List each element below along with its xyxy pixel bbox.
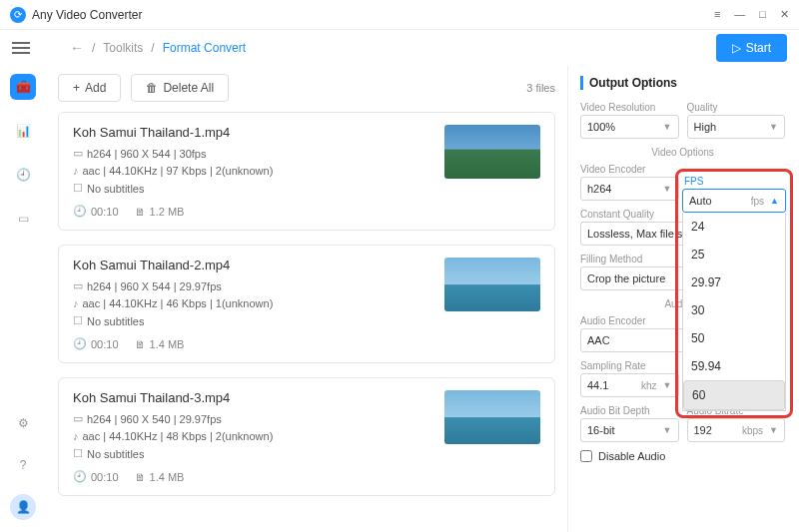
subtitle-meta: No subtitles: [87, 183, 144, 195]
duration: 00:10: [91, 206, 119, 218]
file-list: +Add 🗑Delete All 3 files Koh Samui Thail…: [46, 66, 567, 532]
file-name: Koh Samui Thailand-1.mp4: [73, 125, 273, 140]
thumbnail: [444, 390, 540, 444]
filesize: 1.4 MB: [150, 471, 185, 483]
file-name: Koh Samui Thailand-2.mp4: [73, 258, 273, 272]
chevron-up-icon: ▲: [770, 196, 779, 206]
audio-icon: ♪: [73, 430, 79, 442]
app-logo-icon: ⟳: [10, 7, 26, 23]
bit-depth-select: 16-bit▼: [580, 418, 679, 442]
video-icon: ▭: [73, 279, 83, 292]
video-section-label: Video Options: [580, 147, 785, 158]
subtitle-meta: No subtitles: [87, 448, 144, 460]
sidebar-stats-icon[interactable]: 📊: [10, 118, 36, 144]
fps-option[interactable]: 24: [683, 213, 785, 241]
add-label: Add: [85, 81, 106, 95]
trash-icon: 🗑: [146, 81, 158, 95]
duration: 00:10: [91, 471, 119, 483]
disable-audio-input[interactable]: [580, 450, 592, 462]
hamburger-icon[interactable]: [12, 42, 30, 54]
header: ← / Toolkits / Format Convert ▷ Start: [0, 30, 799, 66]
sampling-rate-label: Sampling Rate: [580, 360, 679, 371]
clock-icon: 🕘: [73, 470, 87, 483]
audio-icon: ♪: [73, 165, 79, 177]
subtitle-icon: ☐: [73, 314, 83, 327]
fps-option[interactable]: 30: [683, 296, 785, 324]
subtitle-meta: No subtitles: [87, 315, 144, 327]
fps-select[interactable]: Auto fps ▲: [682, 189, 786, 213]
video-meta: h264 | 960 X 540 | 29.97fps: [87, 413, 222, 425]
video-icon: ▭: [73, 147, 83, 160]
breadcrumb-sep: /: [92, 41, 95, 55]
sidebar-history-icon[interactable]: 🕘: [10, 162, 36, 188]
delete-all-button[interactable]: 🗑Delete All: [131, 74, 229, 102]
thumbnail: [444, 258, 540, 311]
fps-option[interactable]: 29.97: [683, 268, 785, 296]
fps-option[interactable]: 59.94: [683, 352, 785, 380]
disable-audio-label: Disable Audio: [598, 450, 665, 462]
minimize-icon[interactable]: —: [734, 8, 745, 21]
clock-icon: 🕘: [73, 337, 87, 350]
sidebar: 🧰 📊 🕘 ▭ ⚙ ? 👤: [0, 66, 46, 532]
duration: 00:10: [91, 338, 119, 350]
close-icon[interactable]: ✕: [780, 8, 789, 21]
sidebar-toolbox-icon[interactable]: 🧰: [10, 74, 36, 100]
start-label: Start: [746, 41, 771, 55]
encoder-label: Video Encoder: [580, 164, 679, 175]
help-icon[interactable]: ?: [10, 452, 36, 478]
fps-option[interactable]: 25: [683, 241, 785, 268]
add-button[interactable]: +Add: [58, 74, 121, 102]
subtitle-icon: ☐: [73, 182, 83, 195]
output-title: Output Options: [580, 76, 785, 90]
audio-meta: aac | 44.10KHz | 97 Kbps | 2(unknown): [83, 165, 274, 177]
bitrate-select[interactable]: 192kbps▼: [687, 418, 786, 442]
output-options-panel: Output Options Video Resolution 100%▼ Qu…: [567, 66, 799, 532]
file-card[interactable]: Koh Samui Thailand-2.mp4 ▭h264 | 960 X 5…: [58, 245, 555, 363]
encoder-select[interactable]: h264▼: [580, 177, 679, 201]
menu-icon[interactable]: ≡: [714, 8, 720, 21]
chevron-down-icon: ▼: [663, 184, 672, 194]
video-icon: ▭: [73, 412, 83, 425]
breadcrumb-current: Format Convert: [163, 41, 246, 55]
file-card[interactable]: Koh Samui Thailand-3.mp4 ▭h264 | 960 X 5…: [58, 377, 555, 496]
start-button[interactable]: ▷ Start: [716, 34, 787, 62]
maximize-icon[interactable]: □: [759, 8, 766, 21]
breadcrumb-toolkits[interactable]: Toolkits: [103, 41, 143, 55]
fps-highlight-box: FPS Auto fps ▲ 24 25 29.97 30 50 59.94 6…: [675, 169, 793, 418]
titlebar: ⟳ Any Video Converter ≡ — □ ✕: [0, 0, 799, 30]
resolution-label: Video Resolution: [580, 102, 679, 113]
clock-icon: 🕘: [73, 205, 87, 218]
fps-option[interactable]: 50: [683, 324, 785, 352]
file-count: 3 files: [526, 82, 555, 94]
chevron-down-icon: ▼: [663, 425, 672, 435]
audio-meta: aac | 44.10KHz | 46 Kbps | 1(unknown): [83, 297, 274, 309]
chevron-down-icon: ▼: [769, 122, 778, 132]
sampling-rate-select[interactable]: 44.1khz▼: [580, 373, 679, 397]
bit-depth-label: Audio Bit Depth: [580, 405, 679, 416]
app-title: Any Video Converter: [32, 8, 143, 22]
quality-select[interactable]: High▼: [687, 115, 786, 139]
file-card[interactable]: Koh Samui Thailand-1.mp4 ▭h264 | 960 X 5…: [58, 112, 555, 231]
chevron-down-icon: ▼: [663, 380, 672, 390]
plus-icon: +: [73, 81, 80, 95]
audio-meta: aac | 44.10KHz | 48 Kbps | 2(unknown): [83, 430, 274, 442]
fps-option[interactable]: 60: [683, 380, 785, 410]
sidebar-task-icon[interactable]: ▭: [10, 206, 36, 232]
filesize: 1.2 MB: [150, 206, 185, 218]
file-icon: 🗎: [135, 338, 146, 350]
video-meta: h264 | 960 X 544 | 29.97fps: [87, 280, 222, 292]
filesize: 1.4 MB: [150, 338, 185, 350]
fps-dropdown[interactable]: 24 25 29.97 30 50 59.94 60: [682, 213, 786, 411]
file-name: Koh Samui Thailand-3.mp4: [73, 390, 273, 405]
disable-audio-checkbox[interactable]: Disable Audio: [580, 450, 785, 462]
file-icon: 🗎: [135, 471, 146, 483]
delete-all-label: Delete All: [163, 81, 214, 95]
chevron-down-icon: ▼: [769, 425, 778, 435]
avatar[interactable]: 👤: [10, 494, 36, 520]
back-icon[interactable]: ←: [70, 40, 84, 56]
settings-icon[interactable]: ⚙: [10, 410, 36, 436]
resolution-select[interactable]: 100%▼: [580, 115, 679, 139]
play-icon: ▷: [732, 41, 741, 55]
fps-label: FPS: [682, 176, 786, 187]
audio-icon: ♪: [73, 297, 79, 309]
